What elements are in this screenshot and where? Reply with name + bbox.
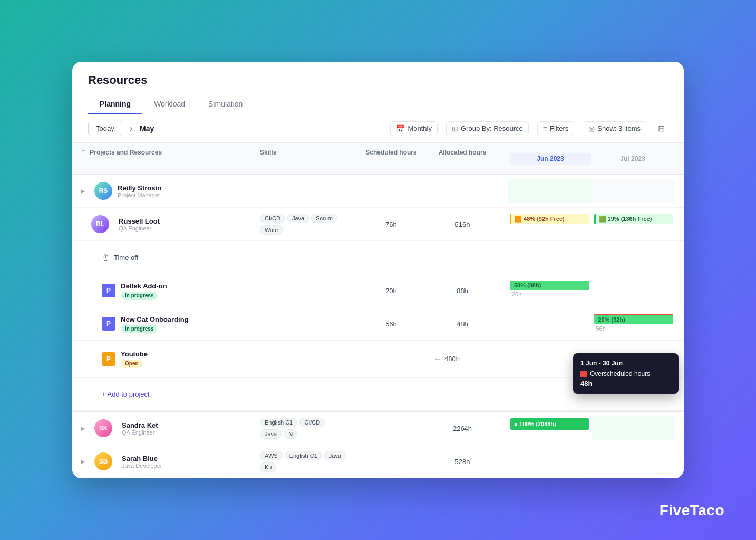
tab-workload[interactable]: Workload [142,94,197,114]
scheduled-sandra [357,424,425,432]
jul-timeoff [592,245,676,269]
resource-name-sarah: Sarah Blue [122,455,162,462]
resource-role-russell: QA Engineer [119,225,160,232]
time-off-cell: ⏱ Time off [72,249,251,266]
jul-col-sarah [592,449,676,474]
jun-col-russell: 🟧 48% (92h Free) [508,212,592,236]
columns-icon: ⊟ [658,123,665,133]
columns-panel-button[interactable]: ⊟ [655,121,668,136]
skill-tag: Java [260,429,282,439]
project-name-newcat: New Cat Onboarding [121,315,189,323]
project-icon-newcat: P [102,317,115,331]
jun-col-sandra: ■ 100% (2088h) [508,416,592,440]
group-icon: ⊞ [452,124,458,133]
filters-button[interactable]: ≡ Filters [537,121,575,136]
skill-tag: Scrum [311,214,337,223]
project-icon-youtube: P [102,352,115,366]
skill-tag: Ku [260,462,276,472]
scheduled-cell-russell: 76h [357,216,425,233]
eye-icon: ◎ [588,124,595,133]
collapse-icon[interactable]: ⌃ [81,149,86,156]
table-row-timeoff: ⏱ Time off [72,241,684,274]
allocated-youtube: ← 480h [425,351,499,368]
table-row: ▶ RS Reilly Strosin Project Manager [72,175,684,208]
tab-planning[interactable]: Planning [88,94,142,114]
col-header-scheduled: Scheduled hours [357,143,425,174]
tooltip-hours: 48h [580,380,671,388]
skill-tag: CI/CD [299,418,325,427]
nav-arrow-button[interactable]: › [127,122,135,136]
table-row-russell: RL Russell Loot QA Engineer CI/CD Java S… [72,208,684,241]
cal-cell-youtube: 1 Jun - 30 Jun Overscheduled hours 48h [499,343,684,375]
cal-cell-russell: 🟧 48% (92h Free) 🟩 19% (136h Free) [499,208,684,240]
skills-cell-sarah: AWS English C1 Java Ku [251,448,357,475]
skills-cell-sandra: English C1 CI/CD Java N [251,414,357,442]
allocated-sarah: 528h [425,454,499,470]
table-header: ⌃ Projects and Resources Skills Schedule… [72,143,684,175]
current-month-label: May [140,124,154,133]
skill-tag: AWS [260,451,283,460]
newcat-jul-bar: 20% (32h) [594,314,674,324]
table-row-youtube: P Youtube Open ← 480h 1 Jun - 30 Jun [72,341,684,378]
allocated-cell-russell: 616h [425,216,499,233]
group-by-button[interactable]: ⊞ Group By: Resource [446,121,529,136]
sandra-jun-bar: ■ 100% (2088h) [510,418,589,430]
toolbar: Today › May 📅 Monthly ⊞ Group By: Resour… [72,114,684,143]
expand-arrow-sandra[interactable]: ▶ [81,425,89,432]
monthly-button[interactable]: 📅 Monthly [390,121,438,136]
jul-col-newcat: 20% (32h) 56h [592,312,676,336]
resource-name-sandra: Sandra Ket [122,421,158,429]
scheduled-cell-reilly [357,187,425,195]
table-row-sandra: ▶ SK Sandra Ket QA Engineer English C1 C… [72,411,684,445]
skills-cell-reilly [251,187,357,195]
scheduled-deltek: 20h [357,283,425,299]
resource-cell-reilly: ▶ RS Reilly Strosin Project Manager [72,178,251,204]
project-cell-youtube: P Youtube Open [72,346,251,372]
filter-icon: ≡ [543,124,547,133]
clock-icon: ⏱ [102,253,110,262]
add-project-button[interactable]: + Add to project [72,386,251,402]
col-header-resource: ⌃ Projects and Resources [72,143,251,174]
tab-simulation[interactable]: Simulation [197,94,254,114]
skills-cell-russell: CI/CD Java Scrum Wate [251,210,357,238]
tooltip-box: 1 Jun - 30 Jun Overscheduled hours 48h [573,353,679,394]
resource-info-reilly: Reilly Strosin Project Manager [118,184,161,198]
cal-cell-newcat: 20% (32h) 56h [499,307,684,340]
skill-tag: Java [324,451,346,460]
deltek-jun-sub: 20h [510,291,589,297]
skill-tag: N [284,429,297,439]
scheduled-sarah [357,457,425,466]
skill-tag: CI/CD [260,214,285,223]
resource-role-sandra: QA Engineer [122,429,158,436]
scheduled-newcat: 56h [357,316,425,332]
status-badge-youtube: Open [121,360,143,368]
col-header-allocated: Allocated hours [425,143,499,174]
newcat-jul-sub: 56h [594,325,674,332]
tooltip-dot [580,371,587,377]
jun-timeoff [508,245,592,269]
expand-arrow[interactable]: ▶ [81,188,89,195]
toolbar-right: 📅 Monthly ⊞ Group By: Resource ≡ Filters… [390,121,668,136]
project-cell-newcat: P New Cat Onboarding In progress [72,311,251,337]
project-name-youtube: Youtube [121,350,148,358]
page-title: Resources [88,73,668,87]
skill-tag: English C1 [260,418,297,427]
project-name-deltek: Deltek Add-on [121,282,167,290]
scheduled-youtube [357,355,425,363]
expand-arrow-sarah[interactable]: ▶ [81,458,89,465]
deltek-jun-bar: 50% (88h) [510,281,589,290]
today-button[interactable]: Today [88,121,122,136]
resource-info-russell: Russell Loot QA Engineer [119,217,160,232]
col-header-months: Jun 2023 Jul 2023 [499,143,684,174]
resource-cell-sandra: ▶ SK Sandra Ket QA Engineer [72,415,251,441]
allocated-deltek: 88h [425,283,499,299]
show-items-button[interactable]: ◎ Show: 3 items [583,121,646,136]
skill-tag: Java [287,214,309,223]
toolbar-left: Today › May [88,121,384,136]
table-row-sarah: ▶ SB Sarah Blue Java Developer AWS Engli… [72,445,684,478]
avatar-reilly: RS [94,182,112,200]
jul-col-deltek [592,278,676,303]
arrow-left-icon: ← [434,355,441,363]
avatar-sarah: SB [94,452,112,470]
allocated-newcat: 48h [425,316,499,332]
